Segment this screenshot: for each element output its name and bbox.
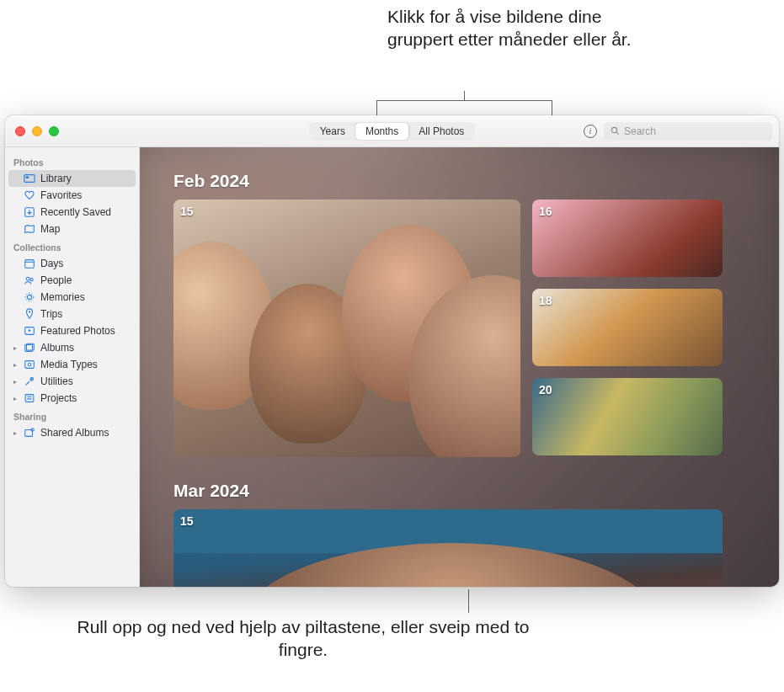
traffic-lights [5, 126, 69, 136]
people-icon [24, 274, 35, 286]
media-icon [24, 359, 35, 370]
callout-line [464, 91, 465, 100]
sidebar-item-label: Library [40, 173, 72, 184]
sidebar-item-label: Trips [40, 308, 62, 320]
callout-bottom: Rull opp og ned ved hjelp av piltastene,… [67, 615, 539, 662]
day-badge: 20 [539, 383, 552, 397]
sidebar-item-label: Featured Photos [40, 325, 115, 337]
search-placeholder: Search [624, 125, 656, 137]
sidebar-item-label: Albums [40, 342, 74, 354]
sidebar-header-photos: Photos [5, 152, 139, 170]
svg-point-16 [28, 363, 31, 366]
sidebar-header-collections: Collections [5, 237, 139, 255]
segment-months[interactable]: Months [355, 123, 408, 140]
sidebar-item-label: Days [40, 258, 63, 269]
calendar-icon [24, 258, 35, 269]
sparkle-icon [24, 325, 35, 337]
sidebar-item-label: People [40, 274, 72, 286]
callout-line [376, 100, 377, 115]
sidebar-header-sharing: Sharing [5, 407, 139, 424]
sidebar-item-memories[interactable]: Memories [8, 289, 136, 306]
svg-point-9 [27, 295, 31, 299]
shared-icon [24, 427, 35, 439]
tools-icon [24, 375, 35, 387]
sidebar-item-label: Projects [40, 392, 77, 404]
sidebar-item-map[interactable]: Map [8, 221, 136, 237]
library-icon [24, 173, 35, 184]
minimize-button[interactable] [32, 126, 42, 136]
sidebar-item-days[interactable]: Days [8, 255, 136, 272]
photo-tile-small[interactable]: 16 [532, 200, 723, 277]
photo-tile-large[interactable]: 15 [173, 200, 520, 457]
info-icon[interactable]: i [584, 125, 597, 138]
toolbar-right: i Search [584, 122, 772, 141]
sidebar-item-utilities[interactable]: ▸ Utilities [8, 373, 136, 390]
sidebar-item-favorites[interactable]: Favorites [8, 187, 136, 204]
close-button[interactable] [15, 126, 25, 136]
day-badge: 15 [180, 205, 194, 218]
segment-years[interactable]: Years [310, 123, 355, 140]
pin-icon [24, 308, 35, 320]
chevron-right-icon: ▸ [13, 361, 17, 369]
sidebar-item-label: Map [40, 223, 60, 235]
titlebar: Years Months All Photos i Search [5, 115, 779, 147]
sidebar-item-label: Shared Albums [40, 427, 109, 439]
photo-tile-large[interactable]: 15 [173, 509, 723, 587]
sidebar-item-featured-photos[interactable]: Featured Photos [8, 322, 136, 339]
app-window: Years Months All Photos i Search Photos … [5, 115, 779, 587]
sidebar-item-label: Favorites [40, 189, 82, 201]
album-icon [24, 342, 35, 354]
search-field[interactable]: Search [604, 122, 772, 141]
sidebar-item-media-types[interactable]: ▸ Media Types [8, 356, 136, 373]
svg-line-1 [616, 132, 619, 135]
callout-line [468, 589, 469, 613]
svg-rect-3 [26, 176, 29, 178]
month-header-feb[interactable]: Feb 2024 [173, 171, 749, 191]
sidebar-item-label: Memories [40, 291, 85, 303]
callout-line [552, 100, 552, 115]
svg-point-0 [611, 127, 616, 132]
chevron-right-icon: ▸ [13, 395, 17, 402]
chevron-right-icon: ▸ [13, 429, 17, 437]
svg-rect-15 [25, 361, 35, 369]
sidebar-item-albums[interactable]: ▸ Albums [8, 339, 136, 356]
memories-icon [24, 291, 35, 303]
download-icon [24, 206, 35, 218]
svg-point-8 [30, 279, 33, 281]
month-header-mar[interactable]: Mar 2024 [173, 481, 749, 501]
view-segmented-control: Years Months All Photos [309, 122, 476, 141]
chevron-right-icon: ▸ [13, 378, 17, 386]
svg-point-10 [25, 293, 34, 301]
maximize-button[interactable] [49, 126, 59, 136]
sidebar-item-recently-saved[interactable]: Recently Saved [8, 204, 136, 221]
callout-top: Klikk for å vise bildene dine gruppert e… [387, 5, 657, 51]
sidebar-item-trips[interactable]: Trips [8, 306, 136, 322]
chevron-right-icon: ▸ [13, 344, 17, 352]
photo-column: 16 18 20 [532, 200, 723, 457]
sidebar-item-people[interactable]: People [8, 272, 136, 289]
sidebar-item-label: Media Types [40, 359, 98, 370]
month-grid-feb: 15 16 18 20 [173, 200, 749, 457]
sidebar-item-library[interactable]: Library [8, 170, 136, 187]
sidebar-item-projects[interactable]: ▸ Projects [8, 390, 136, 407]
day-badge: 18 [539, 294, 552, 307]
segment-all-photos[interactable]: All Photos [408, 123, 474, 140]
search-icon [611, 126, 620, 136]
sidebar: Photos Library Favorites Recently Saved … [5, 147, 140, 587]
body-area: Photos Library Favorites Recently Saved … [5, 147, 779, 587]
svg-rect-18 [25, 395, 34, 402]
svg-rect-5 [25, 260, 35, 269]
sidebar-item-shared-albums[interactable]: ▸ Shared Albums [8, 424, 136, 441]
sidebar-item-label: Recently Saved [40, 206, 111, 218]
photo-tile-small[interactable]: 18 [532, 289, 723, 366]
map-icon [24, 223, 35, 235]
photo-tile-small[interactable]: 20 [532, 378, 723, 455]
callout-line [376, 100, 552, 101]
heart-icon [24, 189, 35, 201]
content-area[interactable]: Feb 2024 15 16 18 20 Mar 2024 15 [140, 147, 779, 587]
svg-point-7 [26, 277, 29, 280]
day-badge: 16 [539, 205, 552, 218]
day-badge: 15 [180, 514, 194, 528]
svg-point-11 [29, 311, 30, 312]
projects-icon [24, 392, 35, 404]
